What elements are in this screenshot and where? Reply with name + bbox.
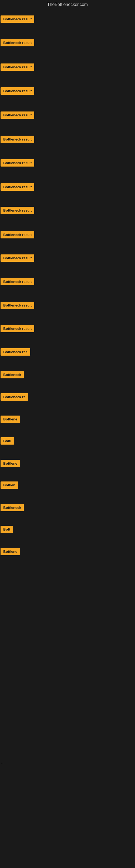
bottleneck-row-17: Bottleneck re: [1, 393, 28, 402]
bottleneck-badge-20: Bottlene: [1, 460, 20, 467]
bottleneck-badge-8: Bottleneck result: [1, 183, 34, 191]
bottleneck-row-9: Bottleneck result: [1, 207, 34, 215]
bottleneck-row-22: Bottleneck: [1, 504, 24, 513]
bottleneck-badge-13: Bottleneck result: [1, 302, 34, 309]
bottleneck-row-14: Bottleneck result: [1, 325, 34, 333]
bottleneck-badge-11: Bottleneck result: [1, 254, 34, 262]
bottleneck-row-8: Bottleneck result: [1, 183, 34, 192]
bottleneck-badge-16: Bottleneck: [1, 371, 24, 378]
ellipsis-label: ...: [1, 760, 4, 765]
bottleneck-row-23: Bott: [1, 526, 13, 534]
bottleneck-badge-21: Bottlen: [1, 482, 18, 489]
bottleneck-badge-12: Bottleneck result: [1, 278, 34, 285]
bottleneck-badge-3: Bottleneck result: [1, 63, 34, 71]
bottleneck-row-15: Bottleneck res: [1, 348, 30, 357]
bottleneck-badge-19: Bottl: [1, 437, 14, 444]
bottleneck-row-3: Bottleneck result: [1, 63, 34, 72]
bottleneck-row-21: Bottlen: [1, 482, 18, 490]
bottleneck-row-1: Bottleneck result: [1, 16, 34, 24]
bottleneck-row-2: Bottleneck result: [1, 39, 34, 48]
ellipsis-area: ...: [1, 760, 4, 764]
bottleneck-row-16: Bottleneck: [1, 371, 24, 379]
site-title: TheBottlenecker.com: [0, 0, 135, 10]
bottleneck-row-4: Bottleneck result: [1, 87, 34, 96]
bottleneck-row-19: Bottl: [1, 437, 14, 446]
bottleneck-row-20: Bottlene: [1, 460, 20, 468]
bottleneck-badge-6: Bottleneck result: [1, 135, 34, 143]
bottleneck-badge-4: Bottleneck result: [1, 87, 34, 95]
bottleneck-badge-5: Bottleneck result: [1, 112, 34, 119]
bottleneck-row-11: Bottleneck result: [1, 254, 34, 263]
bottleneck-badge-10: Bottleneck result: [1, 231, 34, 239]
bottleneck-badge-18: Bottlene: [1, 415, 20, 423]
bottleneck-badge-7: Bottleneck result: [1, 159, 34, 166]
bottleneck-row-13: Bottleneck result: [1, 302, 34, 310]
bottleneck-badge-14: Bottleneck result: [1, 325, 34, 332]
bottleneck-badge-1: Bottleneck result: [1, 16, 34, 23]
bottleneck-row-12: Bottleneck result: [1, 278, 34, 286]
bottleneck-row-6: Bottleneck result: [1, 135, 34, 144]
bottleneck-badge-15: Bottleneck res: [1, 348, 30, 355]
bottleneck-badge-23: Bott: [1, 526, 13, 533]
bottleneck-badge-2: Bottleneck result: [1, 39, 34, 46]
bottleneck-badge-9: Bottleneck result: [1, 207, 34, 214]
bottleneck-row-18: Bottlene: [1, 415, 20, 424]
bottleneck-row-5: Bottleneck result: [1, 112, 34, 120]
bottleneck-row-7: Bottleneck result: [1, 159, 34, 167]
bottleneck-badge-22: Bottleneck: [1, 504, 24, 511]
page-wrapper: TheBottlenecker.com ... Bottleneck resul…: [0, 0, 135, 868]
bottleneck-badge-17: Bottleneck re: [1, 393, 28, 401]
bottleneck-row-24: Bottlene: [1, 548, 20, 556]
bottleneck-badge-24: Bottlene: [1, 548, 20, 555]
bottleneck-row-10: Bottleneck result: [1, 231, 34, 240]
